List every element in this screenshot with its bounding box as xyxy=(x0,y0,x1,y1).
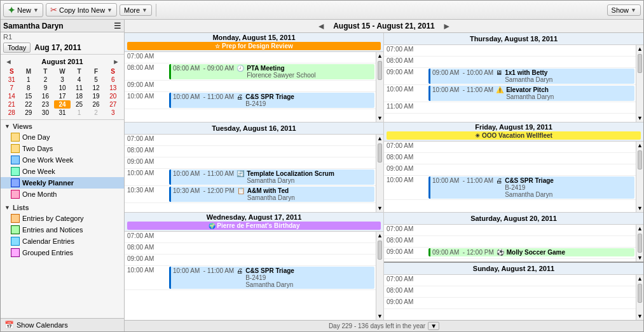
tuesday-scroll-down[interactable]: ▼ xyxy=(376,204,383,212)
mini-cal-day[interactable]: 29 xyxy=(20,109,38,117)
show-button[interactable]: Show ▼ xyxy=(607,4,641,16)
cal-next-button[interactable]: ► xyxy=(440,21,454,31)
mini-cal-day[interactable]: 20 xyxy=(104,92,121,100)
sunday-scroll-down[interactable]: ▼ xyxy=(636,312,643,320)
sunday-scroll-thumb[interactable] xyxy=(638,284,642,303)
elevator-pitch-event[interactable]: 10:00 AM - 11:00 AM ⚠️ Elevator Pitch Sa… xyxy=(428,86,634,101)
today-button[interactable]: Today xyxy=(3,43,31,53)
mini-cal-day[interactable]: 24 xyxy=(54,100,71,109)
sidebar-item-oneweek[interactable]: One Week xyxy=(1,166,124,177)
show-calendars-button[interactable]: 📅 Show Calendars xyxy=(1,318,124,331)
sidebar-menu-icon[interactable]: ☰ xyxy=(114,21,121,30)
mini-cal-day[interactable]: 7 xyxy=(3,84,20,92)
expand-arrow-views[interactable]: ▼ xyxy=(4,123,10,129)
wednesday-allday-event[interactable]: 🌍 Pierre de Fermat's Birthday xyxy=(127,222,381,230)
mini-cal-day[interactable]: 10 xyxy=(54,84,71,92)
sunday-scroll-up[interactable]: ▲ xyxy=(636,275,643,282)
mini-cal-day[interactable]: 31 xyxy=(54,109,71,117)
mini-cal-prev[interactable]: ◄ xyxy=(3,57,14,66)
saturday-scroll-down[interactable]: ▼ xyxy=(636,254,643,262)
sidebar-item-entries-and-notices[interactable]: Entries and Notices xyxy=(1,224,124,236)
time-content-1000-fri: 10:00 AM - 11:00 AM 🖨 C&S SPR Triage B-2… xyxy=(427,176,636,199)
mini-cal-day[interactable]: 6 xyxy=(104,76,121,84)
pta-meeting-event[interactable]: 08:00 AM - 09:00 AM 🕗 PTA Meeting Floren… xyxy=(169,64,374,79)
mini-cal-day[interactable]: 23 xyxy=(37,100,54,109)
mini-cal-day[interactable]: 15 xyxy=(20,92,38,100)
mini-cal-day[interactable]: 3 xyxy=(54,76,71,84)
tuesday-scroll-up[interactable]: ▲ xyxy=(376,135,383,142)
wednesday-scroll-down[interactable]: ▼ xyxy=(376,312,383,320)
monday-scrollbar[interactable]: ▲ ▼ xyxy=(376,52,383,122)
mini-cal-day[interactable]: 19 xyxy=(88,92,105,100)
mini-cal-day[interactable]: 12 xyxy=(88,84,105,92)
thursday-scroll-down[interactable]: ▼ xyxy=(636,114,643,122)
monday-allday-event[interactable]: ☆ Prep for Design Review xyxy=(127,42,381,50)
mini-cal-day[interactable]: 27 xyxy=(104,100,121,109)
mini-cal-day[interactable]: 21 xyxy=(3,100,20,109)
tuesday-scroll-thumb[interactable] xyxy=(378,143,382,163)
sidebar-item-oneworkweek[interactable]: One Work Week xyxy=(1,154,124,166)
mini-cal-day[interactable]: 22 xyxy=(20,100,38,109)
sidebar-item-twodays[interactable]: Two Days xyxy=(1,143,124,154)
mini-cal-next[interactable]: ► xyxy=(111,57,121,66)
mini-cal-day[interactable]: 11 xyxy=(71,84,88,92)
mini-cal-day[interactable]: 1 xyxy=(71,109,88,117)
status-dropdown-button[interactable]: ▼ xyxy=(428,322,439,330)
mini-cal-day[interactable]: 31 xyxy=(3,76,20,84)
cands-triage-fri-event[interactable]: 10:00 AM - 11:00 AM 🖨 C&S SPR Triage B-2… xyxy=(428,176,634,199)
mini-cal-day[interactable]: 1 xyxy=(20,76,38,84)
mini-cal-day[interactable]: 4 xyxy=(71,76,88,84)
thursday-scrollbar[interactable]: ▲ ▼ xyxy=(636,45,643,122)
1x1-betty-event[interactable]: 09:00 AM - 10:00 AM 🖥 1x1 with Betty Sam… xyxy=(428,69,634,84)
monday-scroll-up[interactable]: ▲ xyxy=(376,52,383,60)
sunday-scrollbar[interactable]: ▲ ▼ xyxy=(636,275,643,320)
mini-cal-day[interactable]: 17 xyxy=(54,92,71,100)
mini-cal-day[interactable]: 28 xyxy=(3,109,20,117)
mini-cal-day[interactable]: 26 xyxy=(88,100,105,109)
wednesday-scroll-up[interactable]: ▲ xyxy=(376,232,383,239)
saturday-scroll-up[interactable]: ▲ xyxy=(636,225,643,232)
saturday-scroll-thumb[interactable] xyxy=(638,234,642,253)
mini-cal-day[interactable]: 13 xyxy=(104,84,121,92)
saturday-scrollbar[interactable]: ▲ ▼ xyxy=(636,225,643,262)
mini-cal-day[interactable]: 18 xyxy=(71,92,88,100)
mini-cal-day[interactable]: 25 xyxy=(71,100,88,109)
mini-cal-day[interactable]: 5 xyxy=(88,76,105,84)
friday-allday-event[interactable]: ☀ OOO Vacation Wellfleet xyxy=(387,131,641,140)
expand-arrow-lists[interactable]: ▼ xyxy=(4,204,10,211)
thursday-scroll-up[interactable]: ▲ xyxy=(636,45,643,53)
sidebar-item-weeklyplanner[interactable]: Weekly Planner xyxy=(1,177,124,189)
mini-cal-day[interactable]: 30 xyxy=(37,109,54,117)
mini-cal-day[interactable]: 2 xyxy=(37,76,54,84)
cal-prev-button[interactable]: ◄ xyxy=(314,21,328,31)
wednesday-scrollbar[interactable]: ▲ ▼ xyxy=(376,232,383,320)
sidebar-item-calendar-entries[interactable]: Calendar Entries xyxy=(1,236,124,247)
template-localization-event[interactable]: 10:00 AM - 11:00 AM 🔄 Template Localizat… xyxy=(169,169,374,185)
mini-cal-day[interactable]: 14 xyxy=(3,92,20,100)
am-with-ted-event[interactable]: 10:30 AM - 12:00 PM 📋 A&M with Ted Saman… xyxy=(169,187,374,202)
cands-triage-mon-event[interactable]: 10:00 AM - 11:00 AM 🖨 C&S SPR Triage B-2… xyxy=(169,93,374,108)
tuesday-scrollbar[interactable]: ▲ ▼ xyxy=(376,135,383,211)
mini-cal-day[interactable]: 8 xyxy=(20,84,38,92)
mini-cal-day[interactable]: 9 xyxy=(37,84,54,92)
mini-cal-day[interactable]: 3 xyxy=(104,109,121,117)
cands-triage-wed-event[interactable]: 10:00 AM - 11:00 AM 🖨 C&S SPR Triage B-2… xyxy=(169,267,374,289)
mini-cal-day[interactable]: 16 xyxy=(37,92,54,100)
sidebar-item-onemonth[interactable]: One Month xyxy=(1,189,124,200)
sidebar-item-grouped-entries[interactable]: Grouped Entries xyxy=(1,247,124,258)
mini-cal-day[interactable]: 2 xyxy=(88,109,105,117)
friday-scroll-down[interactable]: ▼ xyxy=(636,204,643,212)
more-button[interactable]: More ▼ xyxy=(120,4,152,16)
new-button[interactable]: ✦ New ▼ xyxy=(3,3,43,17)
wednesday-scroll-thumb[interactable] xyxy=(378,241,382,260)
monday-scroll-down[interactable]: ▼ xyxy=(376,114,383,122)
monday-scroll-thumb[interactable] xyxy=(378,61,382,80)
molly-soccer-event[interactable]: 09:00 AM - 12:00 PM ⚽ Molly Soccer Game xyxy=(428,248,634,256)
friday-scroll-thumb[interactable] xyxy=(638,150,642,169)
thursday-scroll-thumb[interactable] xyxy=(638,54,642,73)
friday-scrollbar[interactable]: ▲ ▼ xyxy=(636,142,643,211)
friday-scroll-up[interactable]: ▲ xyxy=(636,142,643,149)
copy-into-new-button[interactable]: ✂ Copy Into New ▼ xyxy=(46,3,117,17)
sidebar-item-oneday[interactable]: One Day xyxy=(1,131,124,143)
sidebar-item-entries-by-category[interactable]: Entries by Category xyxy=(1,213,124,224)
